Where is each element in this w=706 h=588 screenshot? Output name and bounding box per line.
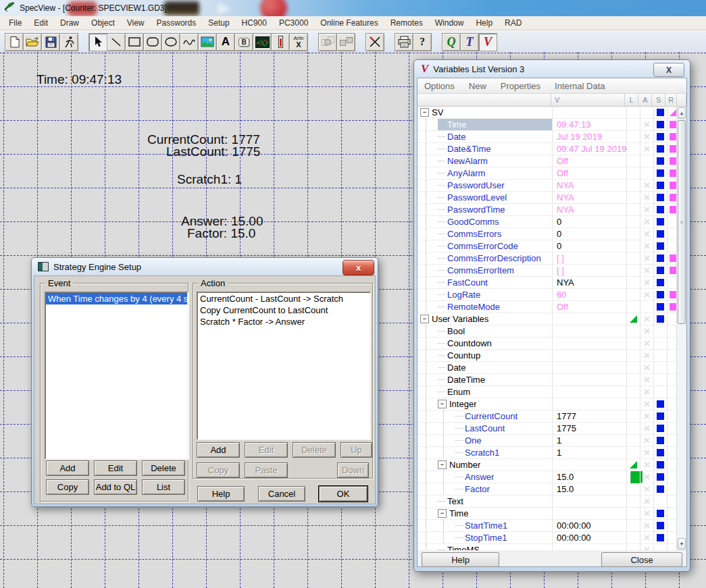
s-cell[interactable] [653,216,667,228]
l-cell[interactable] [626,410,640,423]
menu-file[interactable]: File [3,17,28,29]
value-cell[interactable] [552,362,626,374]
l-cell[interactable] [626,265,640,277]
l-cell[interactable] [626,313,640,325]
s-cell[interactable] [653,192,667,204]
name-cell[interactable]: Date [418,131,552,143]
value-cell[interactable] [552,338,626,350]
column-header-r[interactable]: R [665,94,677,106]
list-button[interactable]: List [142,479,185,495]
up-button[interactable]: Up [341,442,372,458]
name-cell[interactable]: Scratch1 [418,447,552,459]
a-cell[interactable]: × [640,459,653,471]
s-cell[interactable] [653,155,667,167]
add-button[interactable]: Add [197,442,240,458]
var-row-bool[interactable]: Bool× [418,325,686,338]
a-cell[interactable]: × [640,350,653,362]
value-cell[interactable]: 0 [552,240,626,252]
l-cell[interactable] [626,532,640,544]
a-cell[interactable]: × [640,192,653,204]
save-button[interactable] [41,33,60,51]
image-button[interactable] [198,33,217,51]
name-cell[interactable]: −Time [418,508,552,520]
value-cell[interactable] [552,496,626,508]
line-button[interactable] [107,33,126,51]
s-cell[interactable] [653,459,667,471]
var-row-countup[interactable]: Countup× [418,350,686,362]
l-cell[interactable] [626,435,640,447]
paste-button[interactable]: Paste [245,462,288,478]
a-cell[interactable]: × [640,325,653,338]
s-cell[interactable] [653,204,667,216]
variables-window-titlebar[interactable]: V Variables List Version 3 [414,60,690,78]
l-cell[interactable] [626,240,640,252]
graph-button[interactable] [253,33,272,51]
var-row-number[interactable]: −Number× [418,459,686,471]
a-cell[interactable]: × [640,435,653,447]
var-row-date[interactable]: Date× [418,362,686,374]
column-header-blank[interactable] [418,94,551,106]
a-cell[interactable]: × [640,131,653,143]
tree-scrollbar[interactable]: ▲ ≡ ▼ [676,107,686,550]
down-button[interactable]: Down [337,462,369,478]
copy-button[interactable]: Copy [197,462,240,478]
name-cell[interactable]: TimeMS [418,544,552,550]
edit-button[interactable]: Edit [94,460,137,476]
group-button[interactable] [318,33,337,51]
value-cell[interactable]: 15.0 [552,483,626,496]
name-cell[interactable]: Answer [418,471,552,483]
a-cell[interactable]: × [640,471,653,483]
l-cell[interactable] [626,374,640,386]
l-cell[interactable] [626,107,640,119]
name-cell[interactable]: CommsErrors [418,228,552,240]
collapse-icon[interactable]: − [420,108,429,117]
var-row-one[interactable]: One1× [418,435,686,447]
value-cell[interactable] [552,107,626,119]
a-cell[interactable]: × [640,313,653,325]
name-cell[interactable]: PasswordTime [418,204,552,216]
l-cell[interactable] [626,398,640,410]
quick-trend-button[interactable]: Q [442,33,461,51]
collapse-icon[interactable]: − [438,400,447,408]
delete-button[interactable]: Delete [293,442,336,458]
s-cell[interactable] [653,289,667,301]
l-cell[interactable] [626,228,640,240]
column-header-s[interactable]: S [652,94,665,106]
variables-menu-new[interactable]: New [469,81,486,91]
s-cell[interactable] [653,520,667,532]
name-cell[interactable]: Countup [418,350,552,362]
var-row-goodcomms[interactable]: GoodComms0× [418,216,686,228]
name-cell[interactable]: Date [418,362,552,374]
var-row-commserrordescription[interactable]: CommsErrorDescription[ ]× [418,252,686,265]
name-cell[interactable]: NewAlarm [418,155,552,167]
a-cell[interactable]: × [640,410,653,423]
name-cell[interactable]: Bool [418,325,552,338]
l-cell[interactable] [626,338,640,350]
l-cell[interactable] [626,204,640,216]
s-cell[interactable] [653,167,667,180]
name-cell[interactable]: Text [418,496,552,508]
menu-passwords[interactable]: Passwords [151,17,203,29]
menu-remotes[interactable]: Remotes [384,17,429,29]
edit-button[interactable]: Edit [245,442,288,458]
a-cell[interactable]: × [640,277,653,289]
var-row-newalarm[interactable]: NewAlarmOff [418,155,686,167]
menu-object[interactable]: Object [85,17,121,29]
name-cell[interactable]: −User Variables [418,313,552,325]
help-button[interactable]: ? [413,33,432,51]
a-cell[interactable]: × [640,265,653,277]
value-cell[interactable] [552,398,626,410]
value-cell[interactable]: 1775 [552,423,626,435]
menu-window[interactable]: Window [429,17,470,29]
scrollbar-thumb[interactable]: ≡ [678,120,686,324]
l-cell[interactable] [626,119,640,131]
tools-button[interactable] [365,33,384,51]
value-cell[interactable]: 1777 [552,410,626,423]
l-cell[interactable] [626,483,640,496]
var-row-date-time[interactable]: Date&Time09:47 Jul 19 2019× [418,143,686,155]
menu-view[interactable]: View [121,17,151,29]
ellipse-button[interactable] [161,33,180,51]
l-cell[interactable] [626,216,640,228]
cancel-button[interactable]: Cancel [258,486,305,502]
name-cell[interactable]: −Integer [418,398,552,410]
